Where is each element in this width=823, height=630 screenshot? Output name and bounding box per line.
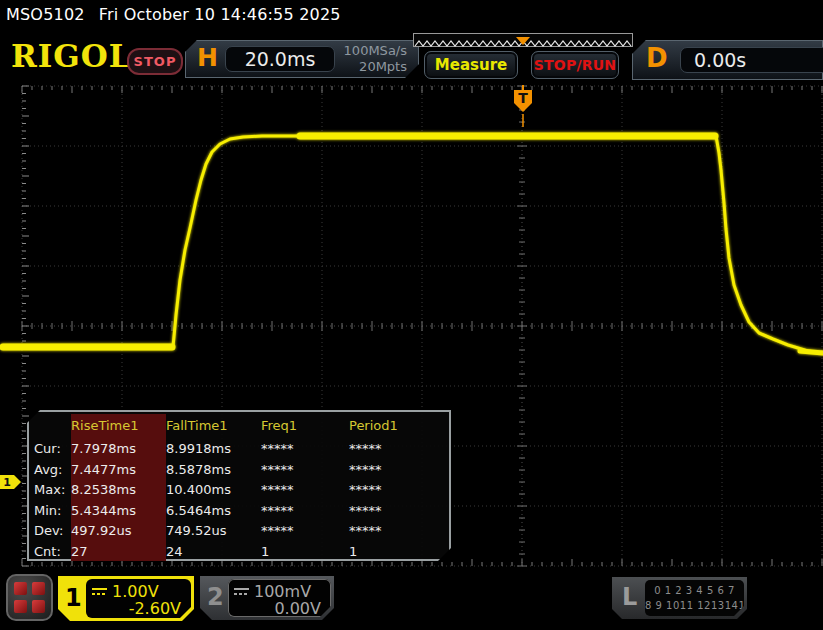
measure-row-label: Dev: <box>34 521 71 542</box>
measure-value-risetime1: 27 <box>71 542 166 563</box>
stop-run-button[interactable]: STOP/RUN <box>531 51 619 79</box>
channel-2-label-block[interactable]: 2 100mV 0.00V <box>200 576 334 620</box>
trigger-position-marker[interactable]: T <box>514 85 532 127</box>
red-grid-icon <box>32 582 45 595</box>
measure-value-risetime1: 7.4477ms <box>71 460 166 481</box>
measure-col-header-4: Period1 <box>349 414 445 439</box>
measure-value-freq1: 1 <box>261 542 349 563</box>
top-info-bar: MSO5102Fri October 10 14:46:55 2025 <box>6 5 341 24</box>
measure-row-label: Avg: <box>34 460 71 481</box>
oscilloscope-screen: MSO5102Fri October 10 14:46:55 2025 RIGO… <box>0 0 823 630</box>
measure-row-label: Cnt: <box>34 542 71 563</box>
quick-menu-button[interactable] <box>6 574 53 621</box>
measure-row-label: Min: <box>34 501 71 522</box>
model-name: MSO5102 <box>6 5 85 24</box>
zigzag-overview <box>414 37 632 49</box>
channel-1-values: 1.00V -2.60V <box>86 579 191 618</box>
measure-value-falltime1: 6.5464ms <box>166 501 261 522</box>
ch1-waveform-trace <box>0 136 823 353</box>
logic-row-0-7: 0 1 2 3 4 5 6 7 <box>645 583 744 598</box>
measure-value-period1: ***** <box>349 501 445 522</box>
dc-coupling-icon <box>92 587 107 596</box>
measure-value-period1: ***** <box>349 480 445 501</box>
measure-value-risetime1: 7.7978ms <box>71 439 166 460</box>
measure-value-freq1: ***** <box>261 439 349 460</box>
sample-rate: 100MSa/s <box>344 43 407 59</box>
measure-value-period1: ***** <box>349 460 445 481</box>
logic-label: L <box>622 583 637 611</box>
measure-value-falltime1: 8.5878ms <box>166 460 261 481</box>
channel-2-number: 2 <box>207 583 224 611</box>
svg-text:1: 1 <box>3 476 11 489</box>
delay-label: D <box>646 43 668 73</box>
waveform-position-strip[interactable] <box>413 33 633 47</box>
red-grid-icon <box>32 600 45 613</box>
logic-channel-numbers: 0 1 2 3 4 5 6 7 8 9 1011 12131415 <box>645 580 744 616</box>
measurement-results-panel[interactable]: RiseTime1FallTime1Freq1Period1Cur:7.7978… <box>27 410 451 561</box>
ch1-position-tag[interactable]: 1 <box>0 475 21 489</box>
measure-value-freq1: ***** <box>261 501 349 522</box>
channel-1-number: 1 <box>65 584 82 612</box>
logic-channels-block[interactable]: L 0 1 2 3 4 5 6 7 8 9 1011 12131415 <box>612 577 747 619</box>
measure-value-falltime1: 10.400ms <box>166 480 261 501</box>
measure-col-header-2: FallTime1 <box>166 414 261 439</box>
measure-button[interactable]: Measure <box>424 51 518 79</box>
measure-value-freq1: ***** <box>261 460 349 481</box>
datetime: Fri October 10 14:46:55 2025 <box>99 5 341 24</box>
measure-value-risetime1: 497.92us <box>71 521 166 542</box>
measure-col-header-3: Freq1 <box>261 414 349 439</box>
channel-1-label-block[interactable]: 1 1.00V -2.60V <box>58 576 194 621</box>
channel-2-offset: 0.00V <box>274 599 321 618</box>
measure-row-label: Cur: <box>34 439 71 460</box>
horizontal-timebase-block[interactable]: H 20.0ms 100MSa/s 20Mpts <box>185 40 419 78</box>
measure-col-header-1: RiseTime1 <box>71 414 166 439</box>
measure-value-falltime1: 8.9918ms <box>166 439 261 460</box>
channel-2-values: 100mV 0.00V <box>228 579 331 617</box>
measure-value-period1: ***** <box>349 439 445 460</box>
measure-corner-cell <box>34 414 71 439</box>
measure-value-falltime1: 24 <box>166 542 261 563</box>
channel-1-offset: -2.60V <box>129 599 181 618</box>
red-grid-icon <box>14 582 27 595</box>
rigol-logo: RIGOL <box>11 38 132 74</box>
red-grid-icon <box>14 600 27 613</box>
delay-value: 0.00s <box>680 47 823 73</box>
measure-value-falltime1: 749.52us <box>166 521 261 542</box>
dc-coupling-icon <box>234 587 249 596</box>
strip-trigger-indicator <box>516 37 530 45</box>
horizontal-label: H <box>197 43 218 72</box>
memory-depth: 20Mpts <box>344 59 407 75</box>
measure-row-label: Max: <box>34 480 71 501</box>
svg-text:T: T <box>518 90 528 106</box>
measure-value-period1: 1 <box>349 542 445 563</box>
measure-value-freq1: ***** <box>261 480 349 501</box>
measure-value-freq1: ***** <box>261 521 349 542</box>
timebase-value: 20.0ms <box>225 46 335 72</box>
logic-row-8-15: 8 9 1011 12131415 <box>645 598 744 613</box>
acquisition-status-badge: STOP <box>127 48 183 75</box>
measure-value-risetime1: 8.2538ms <box>71 480 166 501</box>
trigger-delay-block[interactable]: D 0.00s <box>632 40 823 80</box>
sample-rate-memdepth: 100MSa/s 20Mpts <box>344 43 407 75</box>
measure-value-period1: ***** <box>349 521 445 542</box>
measure-value-risetime1: 5.4344ms <box>71 501 166 522</box>
